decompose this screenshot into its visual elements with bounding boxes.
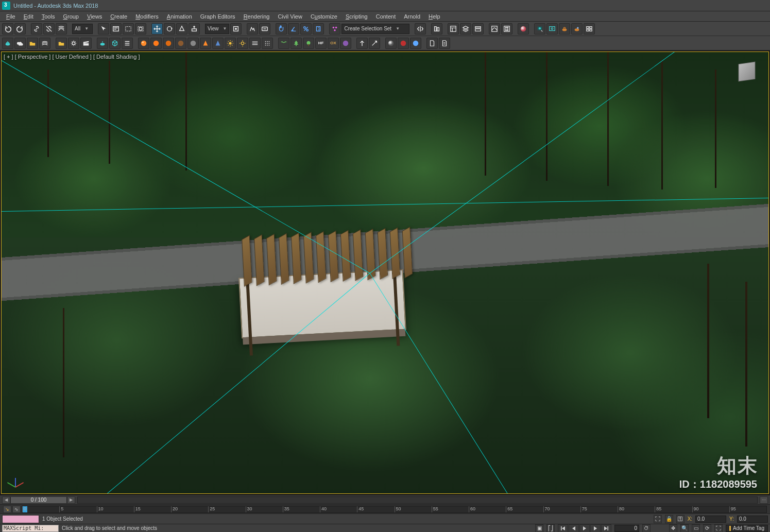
edit-named-selection-button[interactable] [329,23,340,35]
sun-b-button[interactable] [237,38,248,49]
toggle-scene-explorer-button[interactable] [448,23,459,35]
menu-customize[interactable]: Customize [306,12,341,21]
select-move-button[interactable] [151,23,163,35]
grey-sphere-button[interactable] [187,38,199,49]
selection-filter-dropdown[interactable]: All▼ [72,24,93,34]
time-slider-end[interactable]: ⋯ [760,496,768,504]
tree-b-button[interactable] [303,38,314,49]
schematic-view-button[interactable] [501,23,512,35]
clapper-button[interactable] [80,38,92,49]
menu-help[interactable]: Help [424,12,444,21]
goto-end-button[interactable] [601,524,611,533]
hf-text-button[interactable]: HF [315,38,327,49]
blue-cone-button[interactable] [212,38,224,49]
render-in-cloud-button[interactable] [571,23,583,35]
lock-icon[interactable]: 🔒 [665,515,673,523]
chrome-sphere-button[interactable] [385,38,397,49]
select-object-button[interactable] [98,23,109,35]
track-ruler[interactable]: 0510152025303540455055606570758085909510… [22,506,767,513]
viewcube[interactable] [732,57,761,86]
viewport[interactable]: [ + ] [ Perspective ] [ User Defined ] [… [1,52,769,494]
brown-sphere-button[interactable] [175,38,186,49]
menu-group[interactable]: Group [59,12,83,21]
time-slider-next[interactable]: ▶ [67,496,75,504]
named-selection-set-dropdown[interactable]: Create Selection Set▼ [341,24,409,34]
coord-x-field[interactable] [695,516,726,523]
stack-bars-button[interactable] [122,38,133,49]
link-button[interactable] [31,23,42,35]
play-button[interactable] [579,524,590,533]
pivot-center-button[interactable] [230,23,242,35]
doc-a-button[interactable] [426,38,438,49]
up-arrow-button[interactable] [356,38,368,49]
coord-y-field[interactable] [737,516,768,523]
menu-grapheditors[interactable]: Graph Editors [196,12,239,21]
render-production-button[interactable] [559,23,570,35]
cube-small-button[interactable] [109,38,121,49]
orange-sphere-c-button[interactable] [163,38,174,49]
goto-start-button[interactable] [558,524,568,533]
menu-rendering[interactable]: Rendering [239,12,274,21]
isolate-selection-button[interactable]: ▣ [535,524,543,533]
angle-snap-button[interactable] [288,23,299,35]
maxscript-listener[interactable]: MAXScript Mi: [2,525,59,532]
menu-civilview[interactable]: Civil View [273,12,306,21]
menu-content[interactable]: Content [372,12,400,21]
teapot-b-button[interactable] [97,38,108,49]
render-setup-button[interactable] [534,23,545,35]
menu-scripting[interactable]: Scripting [341,12,372,21]
sun-button[interactable] [225,38,236,49]
doc-b-button[interactable] [439,38,450,49]
orange-cone-button[interactable] [200,38,211,49]
mirror-button[interactable] [415,23,426,35]
menu-arnold[interactable]: Arnold [400,12,424,21]
settings-a-button[interactable] [68,38,79,49]
select-place-button[interactable] [189,23,200,35]
select-manipulate-button[interactable] [247,23,258,35]
grid-lines-button[interactable] [249,38,261,49]
grid-dots-button[interactable] [262,38,273,49]
ox-text-button[interactable]: OX [328,38,339,49]
trackbar-toggle[interactable]: ↘ [3,506,11,513]
unlink-button[interactable] [43,23,55,35]
menu-views[interactable]: Views [83,12,106,21]
tree-a-button[interactable] [290,38,302,49]
menu-animation[interactable]: Animation [163,12,196,21]
menu-file[interactable]: File [2,12,20,21]
next-frame-button[interactable] [590,524,601,533]
select-by-name-button[interactable] [110,23,122,35]
orange-sphere-a-button[interactable] [138,38,149,49]
snap-toggle-button[interactable]: 3 [276,23,287,35]
toggle-layer-explorer-button[interactable] [460,23,471,35]
viewport-nav-orbit-button[interactable]: ⟳ [703,524,711,533]
purple-sphere-button[interactable] [340,38,351,49]
percent-snap-button[interactable] [300,23,312,35]
viewport-nav-max-button[interactable]: ⛶ [714,524,723,533]
axis-gizmo[interactable] [6,471,24,489]
viewport-nav-fov-button[interactable]: ▭ [692,524,700,533]
angle-arrow-button[interactable] [369,38,380,49]
key-mode-button[interactable]: ⚿ [676,515,685,523]
menu-modifiers[interactable]: Modifiers [131,12,163,21]
menu-edit[interactable]: Edit [20,12,38,21]
current-frame-field[interactable] [614,525,639,532]
open-a360-gallery-button[interactable] [584,23,595,35]
material-editor-button[interactable] [518,23,529,35]
selection-bracket-button[interactable]: ⎡⎦ [546,524,555,533]
palm-button[interactable] [278,38,289,49]
toggle-ribbon-button[interactable] [472,23,484,35]
rectangular-region-button[interactable] [123,23,134,35]
object-color-swatch[interactable] [2,515,39,523]
align-button[interactable] [431,23,442,35]
layers-wave-button[interactable] [39,38,50,49]
window-crossing-button[interactable] [135,23,146,35]
select-scale-button[interactable] [176,23,187,35]
menu-tools[interactable]: Tools [38,12,59,21]
cloud-icon-button[interactable] [14,38,26,49]
bind-spacewarp-button[interactable] [56,23,67,35]
menu-create[interactable]: Create [106,12,131,21]
teapot-a-button[interactable] [2,38,13,49]
keyboard-shortcut-override-button[interactable] [259,23,270,35]
time-config-button[interactable]: ⏱ [642,524,651,533]
trackbar-curve-toggle[interactable]: ∿ [12,506,21,513]
